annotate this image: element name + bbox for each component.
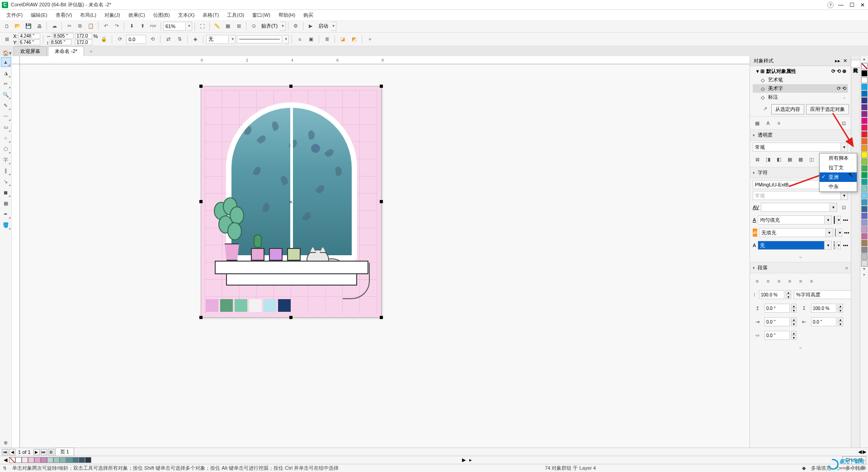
add-button[interactable]: ＋	[365, 34, 375, 44]
page-first[interactable]: ⏮	[2, 449, 8, 455]
menu-table[interactable]: 表格(T)	[199, 11, 222, 19]
zoom-input[interactable]	[163, 22, 186, 31]
page-tab-1[interactable]: 页 1	[55, 448, 74, 456]
vdock-tab-styles[interactable]: 对象样式	[851, 60, 860, 68]
menu-file[interactable]: 文件(F)	[3, 11, 26, 19]
eyedropper-tool[interactable]: ✒	[1, 209, 11, 219]
docpal-color-6[interactable]	[53, 457, 60, 463]
rulers-button[interactable]: 📏	[212, 21, 222, 31]
menu-buy[interactable]: 购买	[300, 11, 317, 19]
fill-tool[interactable]: 🪣	[1, 220, 11, 230]
tab-fill-icon[interactable]: ▦	[753, 119, 762, 128]
palette-color-5[interactable]	[861, 104, 868, 110]
page-prev[interactable]: ◀	[9, 449, 15, 455]
parallel-tool[interactable]: ∥	[1, 166, 11, 176]
trans-fountain-icon[interactable]: ◧	[774, 155, 783, 164]
handle-mr[interactable]	[380, 200, 383, 203]
zoom-dropdown[interactable]: ▼	[187, 22, 192, 31]
menu-help[interactable]: 帮助(H)	[275, 11, 299, 19]
line-style-dropdown[interactable]: ▼	[283, 35, 289, 44]
canvas-area[interactable]: 0 2 4 6 8	[12, 56, 750, 448]
menu-view[interactable]: 查看(V)	[52, 11, 76, 19]
bgfill-input[interactable]	[759, 228, 826, 237]
apply-to-selection-button[interactable]: 应用于选定对象	[806, 104, 849, 114]
maximize-button[interactable]: ☐	[848, 2, 855, 8]
palette-color-0[interactable]	[861, 70, 868, 76]
palette-color-24[interactable]	[861, 233, 868, 239]
palette-color-21[interactable]	[861, 213, 868, 219]
presets-button[interactable]: ⊞	[2, 34, 12, 44]
docpal-color-10[interactable]	[79, 457, 85, 463]
docpal-flyout[interactable]: ▸	[467, 457, 474, 463]
docker-menu-icon[interactable]: ▸▸	[835, 58, 840, 64]
palette-color-22[interactable]	[861, 219, 868, 226]
script-opt-mideast[interactable]: 中东	[820, 182, 857, 191]
para-expand[interactable]: ⌄	[753, 343, 848, 351]
kerning-opt-icon[interactable]: ⊡	[839, 203, 848, 212]
kerning-input[interactable]	[761, 203, 830, 212]
docpal-color-11[interactable]	[85, 457, 91, 463]
menu-tools[interactable]: 工具(O)	[223, 11, 248, 19]
palette-color-2[interactable]	[861, 84, 868, 90]
docpal-color-5[interactable]	[47, 457, 53, 463]
handle-tl[interactable]	[199, 85, 203, 88]
palette-color-28[interactable]	[861, 260, 868, 267]
help-button[interactable]: ?	[827, 2, 834, 8]
fill-more-button[interactable]: •••	[843, 217, 848, 223]
new-style-icon[interactable]: ↗	[760, 104, 769, 113]
home-icon[interactable]: 🏠▾	[3, 50, 12, 56]
save-button[interactable]: 💾	[24, 21, 33, 31]
tree-item-artistic-text[interactable]: ◇美术字⟳ ⟲	[753, 84, 848, 93]
ruler-horizontal[interactable]: 0 2 4 6 8	[20, 56, 750, 64]
import-button[interactable]: ⬇	[127, 21, 137, 31]
align-right-icon[interactable]: ≡	[774, 277, 783, 286]
palette-color-11[interactable]	[861, 145, 868, 151]
palette-color-26[interactable]	[861, 247, 868, 253]
selected-artwork[interactable]: - -	[201, 86, 382, 318]
text-tool[interactable]: 字	[1, 155, 11, 165]
menu-bitmap[interactable]: 位图(B)	[150, 11, 174, 19]
scaley-input[interactable]	[75, 39, 92, 45]
redo-button[interactable]: ↷	[112, 21, 122, 31]
tab-char-icon[interactable]: A	[764, 119, 773, 128]
palette-color-20[interactable]	[861, 206, 868, 212]
powerclip-button[interactable]: ▣	[306, 34, 316, 44]
fill-type-input[interactable]	[758, 215, 825, 224]
height-input[interactable]	[50, 39, 71, 45]
docpal-color-7[interactable]	[60, 457, 66, 463]
palette-color-4[interactable]	[861, 97, 868, 104]
quick-customize[interactable]: ⊕	[1, 438, 11, 448]
snap-label[interactable]: 贴齐(T)	[259, 23, 279, 29]
handle-tc[interactable]	[289, 85, 292, 88]
handle-ml[interactable]	[199, 200, 203, 203]
mirror-h-button[interactable]: ⇄	[163, 34, 173, 44]
palette-color-8[interactable]	[861, 124, 868, 131]
width-input[interactable]	[52, 33, 74, 39]
before-input[interactable]	[764, 304, 790, 313]
palette-color-18[interactable]	[861, 192, 868, 199]
align-justify-icon[interactable]: ≡	[785, 277, 794, 286]
grid-button[interactable]: ▦	[223, 21, 233, 31]
pick-tool[interactable]: ▲	[1, 57, 11, 67]
expand-icon[interactable]: ⊡	[839, 119, 848, 128]
polygon-tool[interactable]: ⬠	[1, 144, 11, 154]
canvas[interactable]: - -	[20, 64, 750, 448]
rotate-input[interactable]	[126, 35, 146, 44]
palette-color-6[interactable]	[861, 111, 868, 117]
menu-edit[interactable]: 编辑(E)	[27, 11, 51, 19]
first-indent-input[interactable]	[764, 331, 790, 340]
line-style-preview[interactable]	[237, 35, 282, 43]
open-button[interactable]: 📂	[13, 21, 23, 31]
crop-tool[interactable]: ✂	[1, 79, 11, 89]
left-indent-input[interactable]	[764, 317, 790, 326]
palette-color-1[interactable]	[861, 77, 868, 83]
script-opt-asian[interactable]: ✓亚洲	[820, 172, 857, 182]
line-unit-input[interactable]	[794, 290, 851, 299]
font-style-dropdown[interactable]: ▼	[841, 191, 848, 200]
docpal-color-1[interactable]	[22, 457, 28, 463]
bgfill-color-dropdown[interactable]: ▼	[838, 229, 842, 237]
ellipse-tool[interactable]: ○	[1, 133, 11, 143]
tree-item-callout[interactable]: ◇标注⌄	[753, 93, 848, 101]
palette-color-3[interactable]	[861, 91, 868, 97]
trans-pattern-icon[interactable]: ▦	[785, 155, 794, 164]
